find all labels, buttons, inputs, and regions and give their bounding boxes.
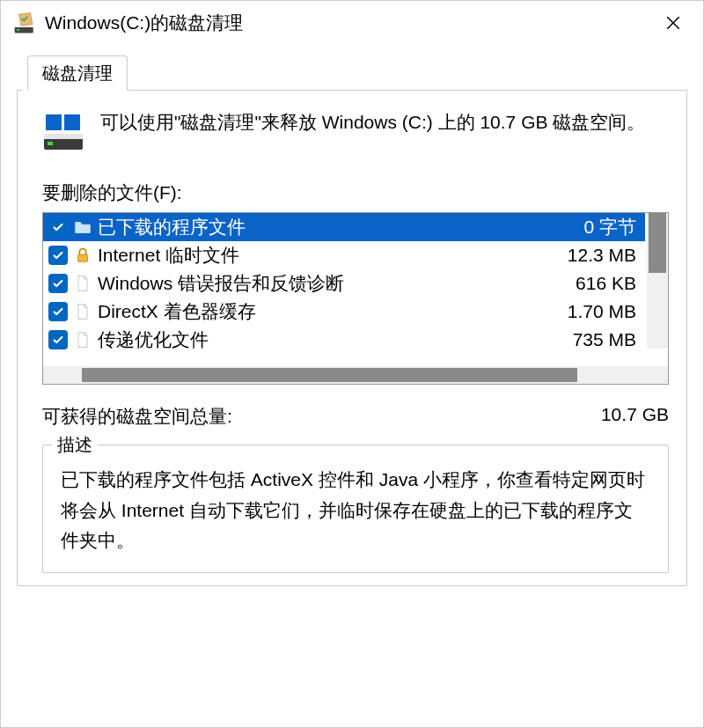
list-item[interactable]: Internet 临时文件12.3 MB [43, 241, 645, 269]
svg-rect-2 [46, 114, 62, 130]
description-text: 已下载的程序文件包括 ActiveX 控件和 Java 小程序，你查看特定网页时… [61, 465, 650, 556]
checkbox[interactable] [48, 302, 68, 321]
close-button[interactable] [647, 4, 700, 42]
total-row: 可获得的磁盘空间总量: 10.7 GB [42, 404, 669, 429]
description-title: 描述 [52, 433, 98, 457]
item-size: 12.3 MB [557, 245, 636, 266]
svg-rect-1 [17, 29, 19, 31]
item-name: Internet 临时文件 [98, 243, 557, 268]
item-name: 已下载的程序文件 [98, 215, 573, 239]
content-area: 磁盘清理 可以使用"磁盘清理"来释放 Windows (C:) 上的 10.7 … [1, 45, 703, 727]
folder-icon [73, 215, 92, 239]
tab-label: 磁盘清理 [42, 63, 113, 83]
svg-rect-3 [64, 114, 80, 130]
tab-page: 可以使用"磁盘清理"来释放 Windows (C:) 上的 10.7 GB 磁盘… [17, 90, 687, 586]
total-label: 可获得的磁盘空间总量: [42, 404, 232, 429]
item-size: 0 字节 [573, 215, 636, 239]
file-icon [73, 299, 92, 324]
item-name: Windows 错误报告和反馈诊断 [98, 271, 565, 296]
item-size: 616 KB [565, 273, 636, 294]
svg-rect-6 [48, 142, 53, 145]
checkbox[interactable] [48, 246, 68, 265]
list-item[interactable]: DirectX 着色器缓存1.70 MB [43, 298, 645, 326]
item-name: 传递优化文件 [98, 327, 562, 352]
checkbox[interactable] [48, 217, 68, 237]
intro-text: 可以使用"磁盘清理"来释放 Windows (C:) 上的 10.7 GB 磁盘… [100, 107, 669, 137]
lock-icon [73, 243, 92, 268]
intro-row: 可以使用"磁盘清理"来释放 Windows (C:) 上的 10.7 GB 磁盘… [42, 102, 669, 158]
file-icon [73, 271, 92, 296]
files-to-delete-label: 要删除的文件(F): [42, 180, 669, 205]
checkbox[interactable] [48, 274, 68, 293]
file-list[interactable]: 已下载的程序文件0 字节Internet 临时文件12.3 MBWindows … [42, 212, 669, 385]
svg-rect-8 [78, 254, 88, 261]
total-value: 10.7 GB [601, 404, 669, 429]
disk-cleanup-window: Windows(C:)的磁盘清理 磁盘清理 [0, 0, 704, 728]
titlebar: Windows(C:)的磁盘清理 [1, 1, 703, 45]
drive-icon [42, 111, 84, 158]
vertical-scrollbar[interactable] [647, 213, 668, 349]
app-icon [13, 11, 36, 34]
description-group: 描述 已下载的程序文件包括 ActiveX 控件和 Java 小程序，你查看特定… [42, 445, 669, 573]
tab-strip: 磁盘清理 [17, 55, 687, 91]
tab-disk-cleanup[interactable]: 磁盘清理 [27, 55, 128, 91]
checkbox[interactable] [48, 330, 68, 349]
item-name: DirectX 着色器缓存 [98, 299, 557, 324]
horizontal-scrollbar[interactable] [43, 366, 647, 384]
list-item[interactable]: Windows 错误报告和反馈诊断616 KB [43, 269, 645, 298]
scroll-thumb[interactable] [649, 213, 666, 273]
svg-rect-7 [44, 134, 83, 139]
scroll-thumb[interactable] [82, 368, 577, 382]
file-icon [73, 327, 92, 352]
list-item[interactable]: 传递优化文件735 MB [43, 326, 645, 354]
list-item[interactable]: 已下载的程序文件0 字节 [43, 213, 645, 241]
item-size: 735 MB [562, 329, 636, 350]
window-title: Windows(C:)的磁盘清理 [45, 11, 647, 35]
item-size: 1.70 MB [557, 301, 636, 322]
